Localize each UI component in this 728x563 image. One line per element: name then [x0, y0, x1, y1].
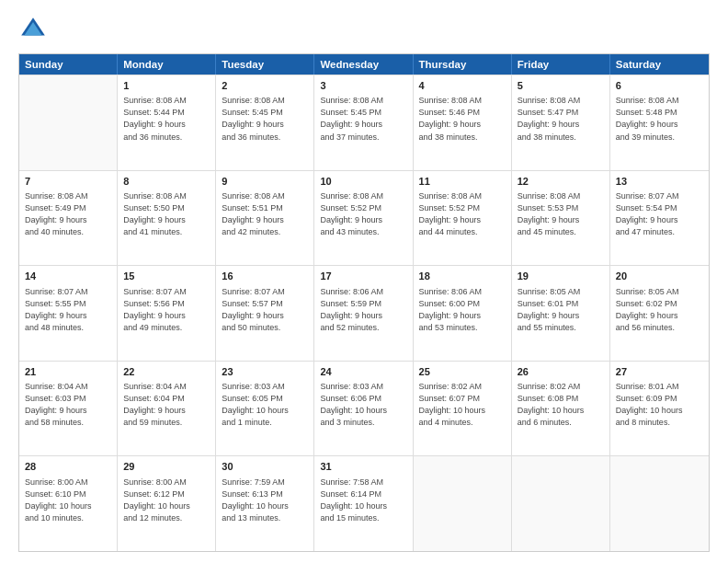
calendar-cell: 7Sunrise: 8:08 AM Sunset: 5:49 PM Daylig…: [19, 171, 118, 266]
logo: [18, 15, 51, 44]
day-number: 30: [222, 460, 308, 474]
cell-info: Sunrise: 8:08 AM Sunset: 5:48 PM Dayligh…: [616, 95, 703, 143]
calendar-cell: 16Sunrise: 8:07 AM Sunset: 5:57 PM Dayli…: [216, 266, 314, 361]
day-number: 22: [123, 365, 210, 379]
cell-info: Sunrise: 8:08 AM Sunset: 5:45 PM Dayligh…: [320, 95, 406, 143]
calendar-row: 28Sunrise: 8:00 AM Sunset: 6:10 PM Dayli…: [19, 455, 709, 551]
calendar-cell: [19, 75, 118, 170]
calendar-cell: [414, 456, 512, 551]
day-number: 11: [419, 175, 506, 189]
cell-info: Sunrise: 8:04 AM Sunset: 6:04 PM Dayligh…: [123, 381, 210, 429]
calendar-cell: 11Sunrise: 8:08 AM Sunset: 5:52 PM Dayli…: [414, 171, 512, 266]
day-number: 25: [419, 365, 506, 379]
cell-info: Sunrise: 8:03 AM Sunset: 6:05 PM Dayligh…: [222, 381, 308, 429]
cell-info: Sunrise: 8:07 AM Sunset: 5:57 PM Dayligh…: [222, 286, 308, 334]
cell-info: Sunrise: 8:08 AM Sunset: 5:46 PM Dayligh…: [419, 95, 506, 143]
calendar-header: SundayMondayTuesdayWednesdayThursdayFrid…: [19, 54, 709, 75]
day-number: 19: [518, 270, 604, 283]
day-number: 3: [320, 79, 406, 93]
calendar-header-cell: Friday: [512, 54, 610, 75]
calendar-cell: 1Sunrise: 8:08 AM Sunset: 5:44 PM Daylig…: [118, 75, 216, 170]
day-number: 28: [25, 460, 111, 474]
calendar-header-cell: Sunday: [19, 54, 118, 75]
calendar-cell: 6Sunrise: 8:08 AM Sunset: 5:48 PM Daylig…: [610, 75, 709, 170]
calendar-cell: 14Sunrise: 8:07 AM Sunset: 5:55 PM Dayli…: [19, 266, 118, 361]
calendar-cell: [610, 456, 709, 551]
cell-info: Sunrise: 7:58 AM Sunset: 6:14 PM Dayligh…: [320, 477, 406, 524]
day-number: 1: [123, 79, 210, 93]
day-number: 24: [320, 365, 406, 379]
cell-info: Sunrise: 8:04 AM Sunset: 6:03 PM Dayligh…: [25, 381, 111, 429]
cell-info: Sunrise: 8:01 AM Sunset: 6:09 PM Dayligh…: [616, 381, 703, 429]
calendar-cell: 28Sunrise: 8:00 AM Sunset: 6:10 PM Dayli…: [19, 456, 118, 551]
day-number: 10: [320, 175, 406, 189]
calendar-cell: 12Sunrise: 8:08 AM Sunset: 5:53 PM Dayli…: [512, 171, 610, 266]
cell-info: Sunrise: 8:08 AM Sunset: 5:44 PM Dayligh…: [123, 95, 210, 143]
calendar-cell: 15Sunrise: 8:07 AM Sunset: 5:56 PM Dayli…: [118, 266, 216, 361]
cell-info: Sunrise: 8:07 AM Sunset: 5:54 PM Dayligh…: [616, 190, 703, 238]
calendar-cell: [512, 456, 610, 551]
cell-info: Sunrise: 8:02 AM Sunset: 6:08 PM Dayligh…: [518, 381, 604, 429]
page: SundayMondayTuesdayWednesdayThursdayFrid…: [0, 0, 728, 563]
calendar-cell: 22Sunrise: 8:04 AM Sunset: 6:04 PM Dayli…: [118, 362, 216, 456]
cell-info: Sunrise: 8:08 AM Sunset: 5:47 PM Dayligh…: [518, 95, 604, 143]
calendar-body: 1Sunrise: 8:08 AM Sunset: 5:44 PM Daylig…: [19, 75, 709, 551]
calendar-header-cell: Monday: [118, 54, 216, 75]
day-number: 7: [25, 175, 111, 189]
day-number: 5: [518, 79, 604, 93]
calendar-cell: 4Sunrise: 8:08 AM Sunset: 5:46 PM Daylig…: [414, 75, 512, 170]
day-number: 17: [320, 270, 406, 283]
day-number: 4: [419, 79, 506, 93]
cell-info: Sunrise: 8:08 AM Sunset: 5:52 PM Dayligh…: [320, 190, 406, 238]
cell-info: Sunrise: 7:59 AM Sunset: 6:13 PM Dayligh…: [222, 477, 308, 524]
calendar-cell: 21Sunrise: 8:04 AM Sunset: 6:03 PM Dayli…: [19, 362, 118, 456]
calendar-row: 1Sunrise: 8:08 AM Sunset: 5:44 PM Daylig…: [19, 75, 709, 170]
day-number: 6: [616, 79, 703, 93]
day-number: 31: [320, 460, 406, 474]
day-number: 29: [123, 460, 210, 474]
calendar-header-cell: Thursday: [414, 54, 512, 75]
cell-info: Sunrise: 8:05 AM Sunset: 6:02 PM Dayligh…: [616, 286, 703, 334]
cell-info: Sunrise: 8:08 AM Sunset: 5:49 PM Dayligh…: [25, 190, 111, 238]
calendar-cell: 2Sunrise: 8:08 AM Sunset: 5:45 PM Daylig…: [216, 75, 314, 170]
calendar-cell: 13Sunrise: 8:07 AM Sunset: 5:54 PM Dayli…: [610, 171, 709, 266]
day-number: 16: [222, 270, 308, 283]
calendar-cell: 17Sunrise: 8:06 AM Sunset: 5:59 PM Dayli…: [314, 266, 413, 361]
calendar-row: 14Sunrise: 8:07 AM Sunset: 5:55 PM Dayli…: [19, 265, 709, 361]
calendar-header-cell: Wednesday: [314, 54, 413, 75]
calendar-cell: 23Sunrise: 8:03 AM Sunset: 6:05 PM Dayli…: [216, 362, 314, 456]
calendar-cell: 30Sunrise: 7:59 AM Sunset: 6:13 PM Dayli…: [216, 456, 314, 551]
day-number: 15: [123, 270, 210, 283]
calendar-row: 21Sunrise: 8:04 AM Sunset: 6:03 PM Dayli…: [19, 361, 709, 456]
cell-info: Sunrise: 8:08 AM Sunset: 5:45 PM Dayligh…: [222, 95, 308, 143]
calendar-header-cell: Saturday: [610, 54, 709, 75]
calendar-cell: 20Sunrise: 8:05 AM Sunset: 6:02 PM Dayli…: [610, 266, 709, 361]
cell-info: Sunrise: 8:08 AM Sunset: 5:50 PM Dayligh…: [123, 190, 210, 238]
cell-info: Sunrise: 8:00 AM Sunset: 6:12 PM Dayligh…: [123, 477, 210, 524]
day-number: 14: [25, 270, 111, 283]
calendar-cell: 29Sunrise: 8:00 AM Sunset: 6:12 PM Dayli…: [118, 456, 216, 551]
cell-info: Sunrise: 8:07 AM Sunset: 5:56 PM Dayligh…: [123, 286, 210, 334]
calendar-cell: 8Sunrise: 8:08 AM Sunset: 5:50 PM Daylig…: [118, 171, 216, 266]
calendar: SundayMondayTuesdayWednesdayThursdayFrid…: [18, 53, 710, 552]
cell-info: Sunrise: 8:02 AM Sunset: 6:07 PM Dayligh…: [419, 381, 506, 429]
calendar-row: 7Sunrise: 8:08 AM Sunset: 5:49 PM Daylig…: [19, 170, 709, 266]
calendar-cell: 31Sunrise: 7:58 AM Sunset: 6:14 PM Dayli…: [314, 456, 413, 551]
cell-info: Sunrise: 8:05 AM Sunset: 6:01 PM Dayligh…: [518, 286, 604, 334]
day-number: 21: [25, 365, 111, 379]
calendar-cell: 5Sunrise: 8:08 AM Sunset: 5:47 PM Daylig…: [512, 75, 610, 170]
calendar-cell: 9Sunrise: 8:08 AM Sunset: 5:51 PM Daylig…: [216, 171, 314, 266]
cell-info: Sunrise: 8:07 AM Sunset: 5:55 PM Dayligh…: [25, 286, 111, 334]
calendar-cell: 19Sunrise: 8:05 AM Sunset: 6:01 PM Dayli…: [512, 266, 610, 361]
day-number: 27: [616, 365, 703, 379]
cell-info: Sunrise: 8:08 AM Sunset: 5:52 PM Dayligh…: [419, 190, 506, 238]
day-number: 8: [123, 175, 210, 189]
cell-info: Sunrise: 8:06 AM Sunset: 5:59 PM Dayligh…: [320, 286, 406, 334]
calendar-cell: 24Sunrise: 8:03 AM Sunset: 6:06 PM Dayli…: [314, 362, 413, 456]
header: [18, 15, 710, 44]
logo-icon: [18, 15, 48, 44]
calendar-header-cell: Tuesday: [216, 54, 314, 75]
day-number: 18: [419, 270, 506, 283]
cell-info: Sunrise: 8:08 AM Sunset: 5:53 PM Dayligh…: [518, 190, 604, 238]
cell-info: Sunrise: 8:08 AM Sunset: 5:51 PM Dayligh…: [222, 190, 308, 238]
